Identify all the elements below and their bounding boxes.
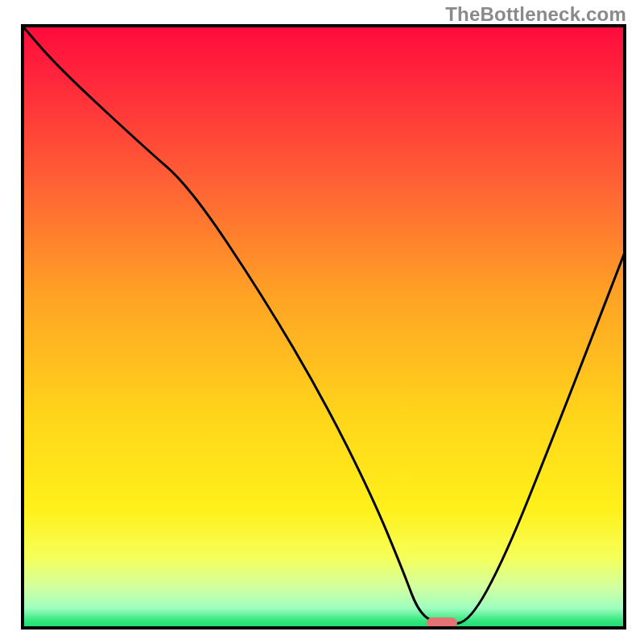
watermark-text: TheBottleneck.com	[445, 3, 626, 26]
svg-rect-0	[21, 24, 626, 630]
chart-background-gradient	[21, 24, 626, 630]
chart-area	[21, 24, 626, 630]
